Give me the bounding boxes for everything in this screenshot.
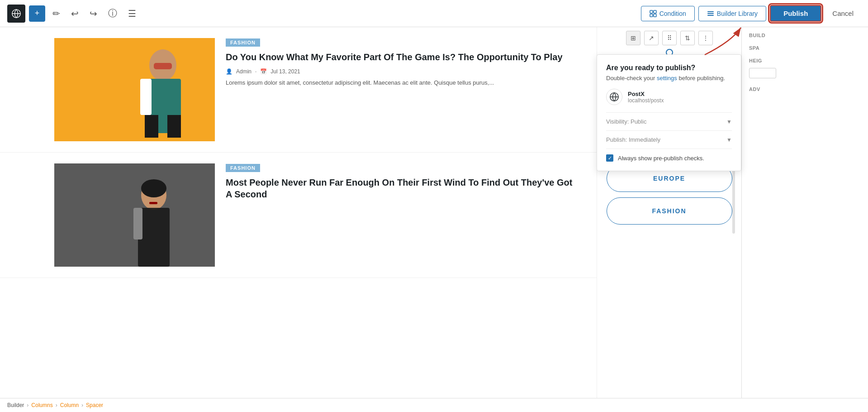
build-section-label: Build: [742, 27, 868, 40]
article-title-2: Most People Never Run Far Enough On Thei…: [226, 177, 579, 200]
builder-library-button[interactable]: Builder Library: [698, 6, 766, 21]
more-icon: ⋮: [702, 34, 709, 42]
builder-library-label: Builder Library: [717, 10, 758, 17]
condition-button[interactable]: Condition: [641, 6, 695, 21]
breadcrumb-builder[interactable]: Builder: [7, 402, 24, 408]
article-row-2: FASHION Most People Never Run Far Enough…: [0, 153, 597, 278]
condition-label: Condition: [659, 10, 686, 17]
article-excerpt-1: Lorems ipsum dolor sit amet, consectetur…: [226, 78, 579, 88]
more-button[interactable]: ⋮: [698, 31, 713, 45]
adv-section-label: Adv: [742, 81, 868, 94]
author-icon: 👤: [226, 68, 232, 75]
builder-library-icon: [707, 10, 714, 17]
wp-logo[interactable]: [7, 5, 25, 23]
main-area: FASHION Do You Know What My Favorite Par…: [0, 27, 868, 412]
drag-icon: ⠿: [667, 34, 672, 42]
drag-button[interactable]: ⠿: [662, 31, 677, 45]
svg-rect-14: [154, 63, 172, 69]
postx-info: PostX localhost/postx: [628, 91, 664, 104]
visibility-chevron: ▼: [726, 119, 732, 125]
info-button[interactable]: ⓘ: [104, 5, 121, 21]
calendar-icon: 📅: [260, 68, 267, 75]
undo-icon: ↩: [71, 9, 79, 19]
menu-icon: ☰: [128, 9, 136, 19]
svg-rect-8: [54, 38, 215, 141]
postx-url: localhost/postx: [628, 97, 664, 104]
breadcrumb-column[interactable]: Column: [60, 402, 79, 408]
publish-time-label: Publish: Immediately: [606, 136, 660, 143]
layout-toggle-button[interactable]: ⊞: [626, 31, 640, 45]
article-image-svg-1: [54, 38, 215, 141]
breadcrumb-spacer[interactable]: Spacer: [86, 402, 103, 408]
expand-button[interactable]: ↗: [644, 31, 659, 45]
filter-fashion-button[interactable]: FASHION: [607, 197, 732, 225]
visibility-row[interactable]: Visibility: Public ▼: [606, 112, 732, 130]
reorder-icon: ⇅: [685, 34, 690, 42]
reorder-button[interactable]: ⇅: [680, 31, 695, 45]
svg-rect-12: [145, 115, 158, 138]
columns-icon: ⊞: [631, 34, 636, 42]
category-badge-2: FASHION: [226, 164, 260, 172]
publish-time-row[interactable]: Publish: Immediately ▼: [606, 130, 732, 149]
postx-row: PostX localhost/postx: [606, 89, 732, 105]
publish-popup-title: Are you ready to publish?: [606, 64, 732, 72]
top-bar: + ✏ ↩ ↪ ⓘ ☰ Condition Builder Library Pu…: [0, 0, 868, 27]
plus-icon: +: [35, 9, 40, 18]
redo-icon: ↪: [90, 9, 97, 19]
article-content-1: FASHION Do You Know What My Favorite Par…: [226, 38, 579, 88]
svg-rect-5: [707, 11, 714, 12]
publish-time-chevron: ▼: [726, 137, 732, 143]
settings-link[interactable]: settings: [657, 75, 677, 81]
articles-column: FASHION Do You Know What My Favorite Par…: [0, 27, 597, 412]
publish-popup-desc: Double-check your settings before publis…: [606, 75, 732, 81]
height-section-label: Heig: [742, 53, 868, 65]
pen-button[interactable]: ✏: [49, 6, 64, 21]
cancel-label: Cancel: [832, 10, 854, 17]
postx-name: PostX: [628, 91, 664, 97]
undo-button[interactable]: ↩: [67, 6, 82, 21]
spa-section-label: Spa: [742, 40, 868, 53]
article-image-1: [54, 38, 215, 141]
pen-icon: ✏: [52, 9, 60, 19]
condition-icon: [650, 10, 657, 17]
add-button[interactable]: +: [29, 5, 45, 22]
menu-button[interactable]: ☰: [124, 6, 140, 21]
author-name-1: Admin: [236, 68, 251, 75]
postx-logo: [606, 89, 622, 105]
svg-rect-17: [138, 208, 170, 267]
right-panel-inner: Build Spa Heig 60 Adv: [742, 27, 868, 412]
article-image-svg-2: [54, 163, 215, 267]
always-show-checkbox[interactable]: ✓: [606, 154, 613, 162]
svg-rect-13: [167, 115, 181, 138]
redo-button[interactable]: ↪: [86, 6, 101, 21]
article-row: FASHION Do You Know What My Favorite Par…: [0, 27, 597, 153]
always-show-row: ✓ Always show pre-publish checks.: [606, 149, 732, 162]
svg-rect-3: [650, 14, 653, 17]
breadcrumb: Builder › Columns › Column › Spacer: [0, 398, 868, 412]
info-icon: ⓘ: [108, 8, 117, 18]
height-input[interactable]: 60: [749, 68, 776, 78]
svg-rect-7: [707, 15, 714, 16]
publish-label: Publish: [783, 10, 808, 17]
breadcrumb-sep-1: ›: [27, 402, 28, 408]
meta-dot: ·: [255, 68, 256, 75]
category-badge-1: FASHION: [226, 38, 260, 47]
article-title-1: Do You Know What My Favorite Part Of The…: [226, 51, 579, 63]
always-show-label: Always show pre-publish checks.: [618, 155, 704, 162]
right-panel: Build Spa Heig 60 Adv: [741, 27, 868, 412]
widget-toolbar: ⊞ ↗ ⠿ ⇅ ⋮: [626, 27, 713, 47]
publish-button[interactable]: Publish: [770, 5, 821, 22]
svg-rect-20: [149, 202, 157, 204]
publish-popup: Are you ready to publish? Double-check y…: [597, 54, 741, 171]
cancel-button[interactable]: Cancel: [825, 6, 861, 21]
article-date-1: Jul 13, 2021: [270, 68, 300, 75]
breadcrumb-columns[interactable]: Columns: [31, 402, 52, 408]
height-field-row: 60: [742, 65, 868, 81]
article-image-2: [54, 163, 215, 267]
svg-rect-1: [650, 10, 653, 13]
svg-rect-11: [140, 79, 152, 115]
visibility-label: Visibility: Public: [606, 118, 646, 125]
article-meta-1: 👤 Admin · 📅 Jul 13, 2021: [226, 68, 579, 75]
breadcrumb-sep-3: ›: [81, 402, 83, 408]
svg-rect-18: [133, 208, 142, 240]
